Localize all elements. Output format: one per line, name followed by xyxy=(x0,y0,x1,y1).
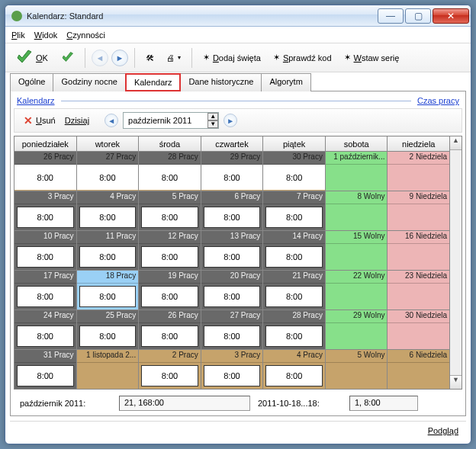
app-window: Kalendarz: Standard — ▢ ✕ Plik Widok Czy… xyxy=(5,5,471,444)
calendar-cell[interactable]: 1 listopada 2... xyxy=(76,350,139,390)
calendar-cell[interactable]: 28 Pracy8:00 xyxy=(139,152,201,191)
calendar-cell[interactable]: 31 Pracy8:00 xyxy=(14,350,77,390)
col-header[interactable]: poniedziałek xyxy=(14,136,77,152)
calendar-cell[interactable]: 17 Pracy8:00 xyxy=(14,271,77,310)
calendar-cell[interactable]: 13 Pracy8:00 xyxy=(201,231,263,271)
calendar-cell[interactable]: 19 Pracy8:00 xyxy=(139,271,201,310)
calendar-cell[interactable]: 4 Pracy8:00 xyxy=(76,191,139,231)
tab-algorytm[interactable]: Algorytm xyxy=(261,73,310,91)
calendar-cell[interactable]: 24 Pracy8:00 xyxy=(14,310,77,350)
col-header[interactable]: niedziela xyxy=(388,136,450,152)
calendar-cell[interactable]: 3 Pracy8:00 xyxy=(201,350,263,390)
calendar-cell[interactable]: 14 Pracy8:00 xyxy=(263,231,326,271)
calendar-cell[interactable]: 12 Pracy8:00 xyxy=(139,231,201,271)
calendar-cell[interactable]: 30 Pracy8:00 xyxy=(263,152,326,191)
calendar-cell[interactable]: 4 Pracy8:00 xyxy=(263,350,326,390)
tab-godziny-nocne[interactable]: Godziny nocne xyxy=(53,73,125,91)
vertical-scrollbar[interactable]: ▲ ▼ xyxy=(450,136,462,390)
delete-icon: ✕ xyxy=(24,114,33,127)
cell-header: 6 Niedziela xyxy=(388,350,449,363)
calendar-cell[interactable]: 29 Pracy8:00 xyxy=(201,152,263,191)
calendar-cell[interactable]: 18 Pracy8:00 xyxy=(76,271,139,310)
col-header[interactable]: czwartek xyxy=(201,136,263,152)
printer-icon: 🖨 xyxy=(166,53,175,63)
calendar-cell[interactable]: 30 Niedziela xyxy=(388,310,450,350)
calendar-cell[interactable]: 22 Wolny xyxy=(325,271,388,310)
calendar-cell[interactable]: 2 Pracy8:00 xyxy=(139,350,201,390)
menu-czynnosci[interactable]: Czynności xyxy=(66,30,105,40)
calendar-cell[interactable]: 15 Wolny xyxy=(325,231,388,271)
cell-value: 8:00 xyxy=(17,365,74,386)
calendar-cell[interactable]: 9 Niedziela xyxy=(388,191,450,231)
cell-header: 26 Pracy xyxy=(14,152,76,165)
nav-back-button[interactable]: ◄ xyxy=(92,50,108,66)
scroll-down-button[interactable]: ▼ xyxy=(450,375,462,389)
calendar-cell[interactable]: 27 Pracy8:00 xyxy=(201,310,263,350)
cell-header: 6 Pracy xyxy=(201,191,263,204)
minimize-button[interactable]: — xyxy=(378,8,404,24)
next-month-button[interactable]: ► xyxy=(224,114,237,127)
sprawdz-kod-button[interactable]: ✶ Sprawdź kod xyxy=(269,50,336,65)
calendar-cell[interactable]: 10 Pracy8:00 xyxy=(14,231,77,271)
calendar-cell[interactable]: 21 Pracy8:00 xyxy=(263,271,326,310)
wand-icon: ✶ xyxy=(203,53,210,63)
calendar-cell[interactable]: 28 Pracy8:00 xyxy=(263,310,326,350)
print-button[interactable]: 🖨▾ xyxy=(162,51,185,65)
calendar-cell[interactable]: 8 Wolny xyxy=(325,191,388,231)
nav-forward-button[interactable]: ► xyxy=(111,50,128,66)
section-title-link[interactable]: Kalendarz xyxy=(17,96,55,105)
cell-value: 8:00 xyxy=(79,207,137,228)
tools-button[interactable]: 🛠 xyxy=(141,51,159,65)
col-header[interactable]: wtorek xyxy=(76,136,139,152)
calendar-cell[interactable]: 25 Pracy8:00 xyxy=(76,310,139,350)
ok-button[interactable]: OK xyxy=(10,47,53,69)
dzisiaj-link[interactable]: Dzisiaj xyxy=(65,116,89,125)
month-input[interactable] xyxy=(124,113,207,128)
month-spin-down[interactable]: ▼ xyxy=(207,120,218,128)
usun-button[interactable]: ✕ Usuń xyxy=(19,112,60,129)
tab-ogolne[interactable]: Ogólne xyxy=(10,73,53,91)
main-toolbar: OK ◄ ► 🛠 🖨▾ ✶ Dodaj święta ✶ Sprawdź kod… xyxy=(5,43,471,72)
calendar-cell[interactable]: 3 Pracy8:00 xyxy=(14,191,77,231)
calendar-cell[interactable]: 20 Pracy8:00 xyxy=(201,271,263,310)
scroll-up-button[interactable]: ▲ xyxy=(450,136,462,150)
podglad-link[interactable]: Podgląd xyxy=(428,426,458,435)
cell-value: 8:00 xyxy=(204,365,261,386)
dodaj-swieta-button[interactable]: ✶ Dodaj święta xyxy=(198,50,265,65)
col-header[interactable]: środa xyxy=(139,136,201,152)
calendar-cell[interactable]: 16 Niedziela xyxy=(388,231,450,271)
calendar-cell[interactable]: 1 październik... xyxy=(325,152,388,191)
window-title: Kalendarz: Standard xyxy=(27,11,376,21)
calendar-cell[interactable]: 2 Niedziela xyxy=(388,152,450,191)
col-header[interactable]: piątek xyxy=(263,136,326,152)
col-header[interactable]: sobota xyxy=(325,136,388,152)
menu-plik[interactable]: Plik xyxy=(11,30,25,40)
calendar-cell[interactable]: 5 Pracy8:00 xyxy=(139,191,201,231)
month-spin-up[interactable]: ▲ xyxy=(207,113,218,120)
calendar-cell[interactable]: 6 Niedziela xyxy=(388,350,450,390)
month-selector[interactable]: ▲ ▼ xyxy=(123,112,219,129)
tab-kalendarz[interactable]: Kalendarz xyxy=(125,73,182,91)
tabstrip: Ogólne Godziny nocne Kalendarz Dane hist… xyxy=(5,72,471,91)
calendar-cell[interactable]: 26 Pracy8:00 xyxy=(139,310,201,350)
calendar-cell[interactable]: 23 Niedziela xyxy=(388,271,450,310)
close-button[interactable]: ✕ xyxy=(433,8,469,24)
calendar-cell[interactable]: 5 Wolny xyxy=(325,350,388,390)
maximize-button[interactable]: ▢ xyxy=(405,8,431,24)
czas-pracy-link[interactable]: Czas pracy xyxy=(417,96,459,105)
wstaw-serie-button[interactable]: ✶ Wstaw serię xyxy=(339,50,404,65)
apply-button[interactable] xyxy=(56,49,79,67)
tab-dane-historyczne[interactable]: Dane historyczne xyxy=(180,73,262,91)
prev-month-button[interactable]: ◄ xyxy=(105,114,118,127)
menu-widok[interactable]: Widok xyxy=(34,30,58,40)
calendar-cell[interactable]: 7 Pracy8:00 xyxy=(263,191,326,231)
cell-header: 18 Pracy xyxy=(77,271,139,284)
calendar-cell[interactable]: 29 Wolny xyxy=(325,310,388,350)
calendar-cell[interactable]: 11 Pracy8:00 xyxy=(76,231,139,271)
calendar-cell[interactable]: 26 Pracy8:00 xyxy=(14,152,77,191)
cell-value: 8:00 xyxy=(17,246,74,268)
calendar-cell[interactable]: 6 Pracy8:00 xyxy=(201,191,263,231)
calendar-grid: poniedziałekwtorekśrodaczwartekpiąteksob… xyxy=(14,136,450,390)
calendar-cell[interactable]: 27 Pracy8:00 xyxy=(76,152,139,191)
status-row: październik 2011: 21, 168:00 2011-10-18.… xyxy=(14,390,462,412)
